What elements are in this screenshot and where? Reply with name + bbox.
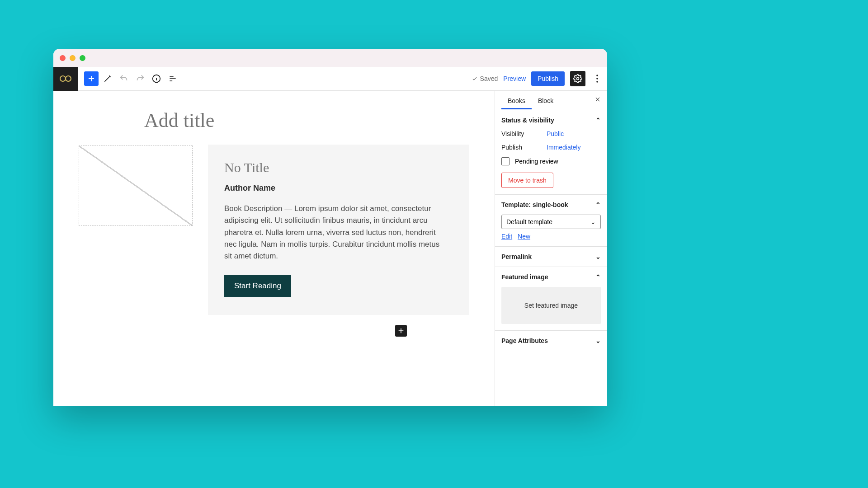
panel-template: Template: single-book ⌃ Default template… — [495, 195, 607, 247]
set-featured-image-button[interactable]: Set featured image — [501, 287, 601, 324]
panel-featured-image: Featured image ⌃ Set featured image — [495, 267, 607, 331]
tab-block[interactable]: Block — [532, 92, 560, 109]
saved-status: Saved — [472, 75, 498, 82]
close-icon — [594, 96, 601, 103]
settings-button[interactable] — [570, 71, 585, 86]
undo-button[interactable] — [117, 71, 131, 86]
visibility-value[interactable]: Public — [547, 130, 564, 137]
editor-canvas[interactable]: Add title No Title Author Name Book Desc… — [53, 91, 495, 406]
template-edit-link[interactable]: Edit — [501, 233, 512, 240]
publish-button[interactable]: Publish — [531, 71, 565, 86]
svg-point-4 — [596, 75, 598, 76]
tools-button[interactable] — [100, 71, 115, 86]
chevron-up-icon: ⌃ — [595, 273, 601, 281]
publish-label: Publish — [501, 144, 547, 151]
editor-topbar: Saved Preview Publish — [53, 67, 607, 91]
checkmark-icon — [472, 75, 478, 82]
svg-point-5 — [596, 78, 598, 80]
svg-point-3 — [577, 78, 579, 80]
window-zoom-button[interactable] — [80, 55, 85, 61]
svg-point-6 — [596, 81, 598, 83]
window-titlebar — [53, 49, 607, 67]
book-card: No Title Author Name Book Description — … — [208, 145, 469, 315]
more-menu-button[interactable] — [591, 75, 604, 83]
chevron-down-icon: ⌄ — [595, 253, 601, 260]
close-sidebar-button[interactable] — [591, 96, 604, 104]
book-cover-placeholder[interactable] — [79, 145, 193, 226]
append-block-button[interactable] — [395, 325, 407, 337]
panel-template-toggle[interactable]: Template: single-book ⌃ — [501, 201, 601, 208]
panel-featured-toggle[interactable]: Featured image ⌃ — [501, 273, 601, 281]
chevron-down-icon: ⌄ — [595, 337, 601, 344]
book-title: No Title — [224, 160, 448, 175]
outline-button[interactable] — [165, 71, 180, 86]
template-new-link[interactable]: New — [518, 233, 530, 240]
post-title-input[interactable]: Add title — [144, 109, 469, 132]
window-minimize-button[interactable] — [70, 55, 75, 61]
book-author: Author Name — [224, 183, 448, 193]
panel-permalink: Permalink ⌄ — [495, 247, 607, 267]
panel-page-attributes: Page Attributes ⌄ — [495, 331, 607, 351]
publish-value[interactable]: Immediately — [547, 144, 580, 151]
panel-page-attr-toggle[interactable]: Page Attributes ⌄ — [501, 337, 601, 344]
svg-point-0 — [60, 76, 66, 81]
pending-review-checkbox[interactable] — [501, 157, 509, 165]
template-select[interactable]: Default template ⌄ — [501, 215, 601, 229]
chevron-down-icon: ⌄ — [590, 218, 596, 225]
preview-button[interactable]: Preview — [503, 75, 526, 82]
chevron-up-icon: ⌃ — [595, 201, 601, 208]
panel-status: Status & visibility ⌃ Visibility Public … — [495, 110, 607, 195]
chevron-up-icon: ⌃ — [595, 117, 601, 124]
panel-permalink-toggle[interactable]: Permalink ⌄ — [501, 253, 601, 260]
window-close-button[interactable] — [60, 55, 66, 61]
panel-status-toggle[interactable]: Status & visibility ⌃ — [501, 117, 601, 124]
add-block-button[interactable] — [84, 71, 99, 86]
kebab-icon — [596, 75, 598, 83]
site-logo[interactable] — [53, 67, 78, 91]
start-reading-button[interactable]: Start Reading — [224, 275, 291, 297]
pending-review-label: Pending review — [515, 158, 558, 165]
gear-icon — [573, 74, 582, 83]
editor-window: Saved Preview Publish Add title No Title… — [53, 49, 607, 406]
visibility-label: Visibility — [501, 130, 547, 137]
svg-point-1 — [66, 76, 71, 81]
settings-sidebar: Books Block Status & visibility ⌃ Visibi… — [495, 91, 607, 406]
redo-button[interactable] — [133, 71, 147, 86]
info-button[interactable] — [149, 71, 164, 86]
tab-books[interactable]: Books — [501, 92, 532, 109]
plus-icon — [397, 327, 405, 334]
book-description: Book Description — Lorem ipsum dolor sit… — [224, 203, 448, 263]
move-to-trash-button[interactable]: Move to trash — [501, 173, 553, 188]
